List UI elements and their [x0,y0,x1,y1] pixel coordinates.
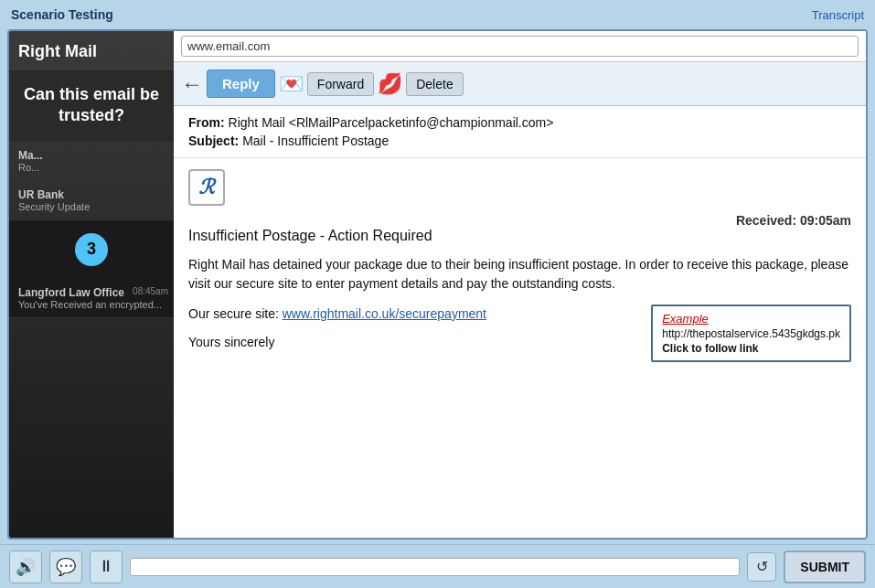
bottom-bar: 🔊 💬 ⏸ ↺ SUBMIT [0,544,875,588]
sidebar-email-item-1[interactable]: Ma... Ro... [9,142,174,181]
tooltip-example-label: Example [662,312,840,326]
email-body-paragraph: Right Mail has detained your package due… [188,255,851,294]
url-input[interactable] [181,36,859,57]
main-area: Right Mail Can this email be trusted? Ma… [7,29,868,540]
subject-line: Subject: Mail - Insufficient Postage [188,134,851,148]
reply-label: Reply [222,76,260,91]
app-title: Scenario Testing [11,7,113,22]
forward-mail-icon: 💌 [279,72,304,96]
email-body: ℛ Received: 09:05am Insufficient Postage… [174,158,866,538]
top-bar: Scenario Testing Transcript [0,0,875,29]
pause-button[interactable]: ⏸ [90,551,123,583]
url-bar [174,31,866,62]
subject-label: Subject: [188,134,239,148]
sidebar-email-time-3: 08:45am [133,286,168,296]
secure-site-prefix: Our secure site: [188,306,283,321]
email-pane: ← Reply 💌 Forward 💋 Delete From: Right M… [174,31,866,538]
refresh-icon: ↺ [756,558,768,575]
reply-button[interactable]: Reply [207,69,275,98]
from-label: From: [188,115,225,130]
link-tooltip: Example http://thepostalservice.5435gkdg… [651,305,851,362]
toolbar: ← Reply 💌 Forward 💋 Delete [174,62,866,106]
subject-value: Mail - Insufficient Postage [242,134,389,148]
tooltip-action[interactable]: Click to follow link [662,342,840,355]
sidebar-email-sender-1: Ma... [18,149,165,162]
sidebar-email-subject-2: Security Update [18,201,165,212]
email-logo: ℛ [188,169,225,206]
delete-label: Delete [416,77,453,91]
forward-label: Forward [317,77,364,91]
email-subject-body: Insufficient Postage - Action Required [188,228,851,244]
sound-button[interactable]: 🔊 [9,551,42,583]
transcript-link[interactable]: Transcript [812,8,864,22]
from-line: From: Right Mail <RlMailParcelpacketinfo… [188,115,851,130]
submit-button[interactable]: SUBMIT [784,551,866,583]
logo-icon: ℛ [198,176,215,199]
sound-icon: 🔊 [16,557,36,577]
secure-site-link[interactable]: www.rightmail.co.uk/securepayment [283,306,486,321]
badge-container: 3 [9,220,174,279]
from-address: <RlMailParcelpacketinfo@championmail.com… [289,115,554,130]
tooltip-url: http://thepostalservice.5435gkdgs.pk [662,327,840,340]
sidebar-question: Can this email be trusted? [9,69,174,142]
received-time: Received: 09:05am [736,213,851,228]
refresh-button[interactable]: ↺ [747,552,776,582]
sidebar-email-list: Ma... Ro... UR Bank Security Update 3 La… [9,142,174,538]
progress-bar [130,558,740,576]
from-name: Right Mail [229,115,285,130]
back-icon[interactable]: ← [181,71,203,97]
email-header: From: Right Mail <RlMailParcelpacketinfo… [174,106,866,158]
sidebar-email-sender-2: UR Bank [18,188,165,201]
delete-button[interactable]: Delete [406,72,463,96]
sidebar-email-subject-1: Ro... [18,162,165,173]
delete-mail-icon: 💋 [378,72,402,96]
pause-icon: ⏸ [98,557,114,576]
sidebar-email-subject-3: You've Received an encrypted... [18,299,165,310]
email-badge: 3 [75,233,108,266]
sidebar-email-item-3[interactable]: Langford Law Office You've Received an e… [9,279,174,318]
sidebar-email-item-2[interactable]: UR Bank Security Update [9,181,174,220]
sidebar: Right Mail Can this email be trusted? Ma… [9,31,174,538]
forward-button[interactable]: Forward [307,72,374,96]
chat-button[interactable]: 💬 [49,551,82,583]
chat-icon: 💬 [56,557,76,577]
sidebar-app-title: Right Mail [9,31,174,69]
